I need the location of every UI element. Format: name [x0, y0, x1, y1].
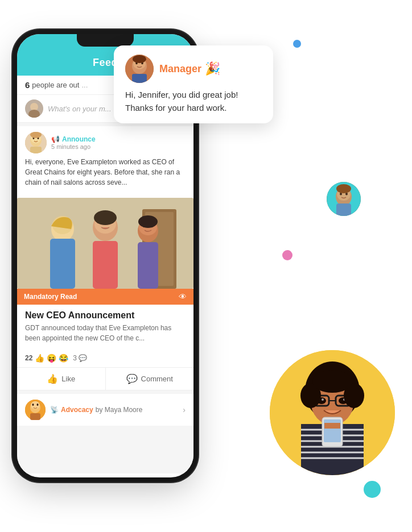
like-label: Like: [61, 375, 75, 383]
mandatory-read-text: Mandatory Read: [24, 293, 77, 301]
announce-post-card: 📢 Announce 5 minutes ago Hi, everyone, E…: [17, 126, 193, 198]
comment-icon: 💬: [126, 373, 138, 384]
manager-name-label: Manager: [159, 63, 201, 75]
post-content-section: New CEO Announcement GDT announced today…: [17, 305, 193, 351]
svg-rect-74: [30, 413, 40, 420]
manager-name-row: Manager 🎉: [159, 61, 220, 76]
svg-point-37: [133, 55, 146, 63]
advocacy-type-text: Advocacy: [61, 406, 93, 414]
post-card-header: 📢 Announce 5 minutes ago: [25, 132, 186, 153]
reactions-row: 22 👍 😝 😂 3 💬: [17, 351, 193, 368]
advocacy-type-label: 📡 Advocacy by Maya Moore: [50, 406, 178, 414]
phone-notch: [77, 34, 134, 47]
post-body-text: Hi, everyone, Eve Exampleton worked as C…: [25, 157, 186, 188]
post-time: 5 minutes ago: [51, 143, 96, 150]
svg-rect-38: [132, 74, 147, 83]
svg-point-73: [37, 404, 39, 406]
post-type-label: 📢 Announce: [51, 135, 96, 143]
mandatory-read-banner: Mandatory Read 👁: [17, 289, 193, 305]
svg-point-5: [336, 184, 351, 193]
post-meta: 📢 Announce 5 minutes ago: [51, 135, 96, 150]
action-buttons-row: 👍 Like 💬 Comment: [17, 368, 193, 390]
comment-button[interactable]: 💬 Comment: [106, 368, 194, 390]
decorative-dot-blue: [293, 40, 301, 48]
manager-card: Manager 🎉 Hi, Jennifer, you did great jo…: [114, 45, 273, 123]
comment-bubble-icon: 💬: [79, 354, 87, 362]
post-description: GDT announced today that Eve Exampleton …: [25, 323, 186, 343]
post-title: New CEO Announcement: [25, 310, 186, 321]
advocacy-info: 📡 Advocacy by Maya Moore: [50, 406, 178, 414]
svg-point-17: [322, 398, 324, 401]
manager-card-header: Manager 🎉: [125, 55, 262, 83]
post-author-avatar: [25, 132, 47, 153]
svg-rect-68: [17, 198, 193, 289]
svg-point-40: [30, 103, 38, 111]
manager-avatar: [125, 55, 154, 83]
like-button[interactable]: 👍 Like: [17, 368, 106, 390]
reaction-count: 22: [25, 354, 32, 362]
signal-icon: 📡: [50, 406, 59, 414]
post-image-section: Mandatory Read 👁: [17, 198, 193, 305]
people-out-text: people are out: [32, 81, 79, 89]
tongue-emoji: 😝: [47, 354, 56, 363]
party-emoji: 🎉: [205, 61, 220, 76]
phone-content: 6 people are out ... What's on your m...: [17, 76, 193, 473]
post-image: [17, 198, 193, 289]
svg-point-72: [32, 404, 34, 406]
eye-icon: 👁: [179, 292, 187, 301]
thumbs-up-emoji: 👍: [35, 354, 44, 363]
announce-icon: 📢: [51, 135, 60, 143]
svg-rect-6: [336, 203, 351, 216]
advocacy-avatar: [25, 400, 46, 420]
advocacy-by-text: by Maya Moore: [96, 406, 143, 414]
svg-rect-28: [324, 423, 340, 429]
svg-rect-48: [30, 147, 42, 153]
people-out-count: 6: [25, 80, 30, 90]
comment-label: Comment: [141, 375, 173, 383]
comment-number: 3: [73, 354, 77, 362]
svg-point-31: [312, 370, 352, 393]
comment-count: 3 💬: [73, 354, 87, 362]
decorative-dot-teal: [364, 481, 381, 498]
post-input-placeholder[interactable]: What's on your m...: [48, 105, 112, 113]
chevron-down-icon[interactable]: ›: [183, 405, 186, 414]
advocacy-card: 📡 Advocacy by Maya Moore ›: [17, 394, 193, 426]
woman-photo-circle: [270, 350, 395, 475]
decorative-dot-pink: [282, 250, 292, 260]
man-avatar-circle: [327, 182, 361, 216]
manager-message: Hi, Jennifer, you did great job! Thanks …: [125, 89, 262, 114]
like-icon: 👍: [47, 373, 58, 384]
user-avatar-small: [25, 99, 43, 118]
people-out-truncated: ...: [81, 81, 88, 89]
laugh-cry-emoji: 😂: [59, 354, 68, 363]
